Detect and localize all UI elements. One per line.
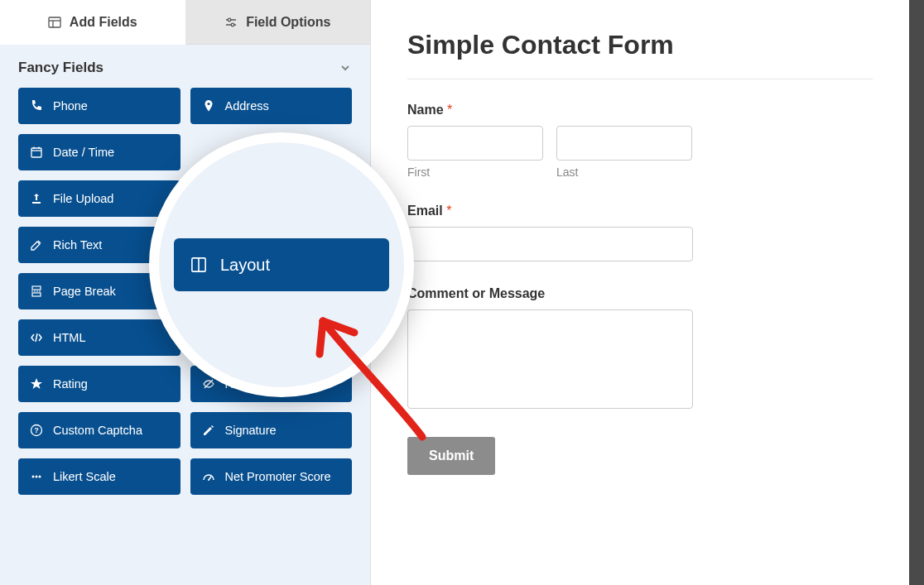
email-input[interactable] <box>407 227 693 261</box>
label-text: Email <box>407 204 443 218</box>
layout-icon <box>190 257 207 273</box>
field-html[interactable]: HTML <box>18 319 180 356</box>
svg-line-15 <box>36 333 37 342</box>
comment-textarea[interactable] <box>407 309 693 409</box>
svg-text:?: ? <box>34 426 39 434</box>
field-signature[interactable]: Signature <box>190 412 353 448</box>
svg-point-21 <box>36 476 38 478</box>
email-label: Email * <box>407 204 873 218</box>
tab-label: Add Fields <box>70 15 137 30</box>
upload-icon <box>30 192 43 205</box>
last-name-input[interactable] <box>556 126 692 161</box>
form-icon <box>48 16 61 29</box>
sliders-icon <box>224 16 238 29</box>
svg-rect-8 <box>31 148 41 157</box>
field-label: Net Promoter Score <box>225 470 331 483</box>
code-icon <box>30 331 43 344</box>
field-label: Layout <box>220 256 270 275</box>
field-label: Custom Captcha <box>53 424 142 437</box>
required-mark: * <box>447 103 452 117</box>
submit-label: Submit <box>429 448 474 463</box>
field-label: Page Break <box>53 285 116 298</box>
chevron-down-icon <box>339 61 352 74</box>
first-name-input[interactable] <box>407 126 543 161</box>
pencil-icon <box>202 424 215 437</box>
field-label: Rating <box>53 377 88 391</box>
tab-add-fields[interactable]: Add Fields <box>0 0 185 45</box>
field-label: HTML <box>53 331 85 344</box>
field-label: Likert Scale <box>53 470 116 483</box>
pin-icon <box>202 99 215 113</box>
tab-field-options[interactable]: Field Options <box>185 0 371 45</box>
field-address[interactable]: Address <box>190 88 353 124</box>
field-label: Phone <box>53 99 88 113</box>
field-file-upload[interactable]: File Upload <box>18 180 180 217</box>
svg-point-7 <box>207 103 209 105</box>
phone-icon <box>30 99 43 113</box>
question-icon: ? <box>30 424 43 437</box>
field-label: File Upload <box>53 192 113 205</box>
preview-pane: Simple Contact Form Name * First Last <box>371 0 924 585</box>
star-icon <box>30 377 43 391</box>
magnifier-callout: Layout <box>149 132 414 397</box>
field-label: Rich Text <box>53 238 102 252</box>
field-rating[interactable]: Rating <box>18 366 180 402</box>
svg-point-6 <box>231 23 234 26</box>
svg-point-20 <box>32 476 35 478</box>
svg-point-4 <box>228 18 231 22</box>
svg-point-22 <box>39 476 41 478</box>
field-label: Address <box>225 99 269 113</box>
calendar-icon <box>30 146 43 159</box>
field-phone[interactable]: Phone <box>18 88 180 124</box>
field-likert[interactable]: Likert Scale <box>18 458 180 495</box>
page-break-icon <box>30 285 43 298</box>
svg-point-24 <box>208 479 209 481</box>
field-datetime[interactable]: Date / Time <box>18 134 180 170</box>
edit-icon <box>30 238 43 252</box>
field-email: Email * <box>407 204 873 261</box>
svg-rect-13 <box>32 293 41 296</box>
svg-marker-16 <box>31 378 42 389</box>
svg-rect-12 <box>32 286 41 290</box>
svg-rect-0 <box>49 17 60 27</box>
field-comment: Comment or Message <box>407 286 873 412</box>
submit-button[interactable]: Submit <box>407 437 495 475</box>
gauge-icon <box>202 470 215 483</box>
first-sublabel: First <box>407 165 543 179</box>
field-custom-captcha[interactable]: ? Custom Captcha <box>18 412 180 448</box>
tabs: Add Fields Field Options <box>0 0 370 45</box>
required-mark: * <box>446 204 451 218</box>
section-title: Fancy Fields <box>18 60 103 76</box>
section-header[interactable]: Fancy Fields <box>0 45 370 88</box>
field-layout[interactable]: Layout <box>174 238 389 291</box>
tab-label: Field Options <box>246 15 330 30</box>
field-label: Date / Time <box>53 146 114 159</box>
dots-icon <box>30 470 43 483</box>
form-title: Simple Contact Form <box>407 30 873 79</box>
comment-label: Comment or Message <box>407 286 873 301</box>
eye-off-icon <box>202 377 215 391</box>
field-label: Signature <box>225 424 277 437</box>
name-label: Name * <box>407 103 873 117</box>
field-name: Name * First Last <box>407 103 873 179</box>
form-card: Simple Contact Form Name * First Last <box>371 0 909 585</box>
last-sublabel: Last <box>556 165 692 179</box>
label-text: Name <box>407 103 444 117</box>
field-nps[interactable]: Net Promoter Score <box>190 458 353 495</box>
